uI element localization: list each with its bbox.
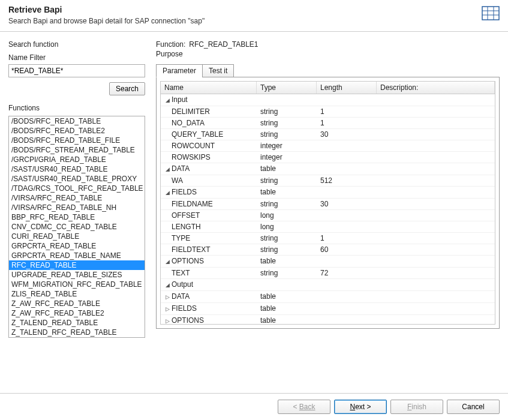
- tree-node-desc: [377, 279, 495, 290]
- tree-node-desc: [377, 199, 495, 209]
- function-item[interactable]: /BODS/RFC_READ_TABLE_FILE: [9, 136, 145, 145]
- page-subtitle: Search Bapi and browse Bapi detail for S…: [8, 17, 482, 25]
- tree-node-name: TYPE: [172, 234, 190, 242]
- function-item[interactable]: ZLIS_READ_TABLE: [9, 289, 145, 299]
- function-item[interactable]: UPGRADE_READ_TABLE_SIZES: [9, 270, 145, 280]
- function-item[interactable]: /TDAG/RCS_TOOL_RFC_READ_TABLE: [9, 184, 145, 193]
- tree-row[interactable]: ROWSKIPSinteger: [161, 152, 495, 163]
- tree-row[interactable]: WAstring512: [161, 175, 495, 187]
- tree-node-name: FIELDS: [172, 304, 197, 313]
- function-item[interactable]: Z_AW_RFC_READ_TABLE: [9, 299, 145, 308]
- function-item[interactable]: /VIRSA/RFC_READ_TABLE: [9, 193, 145, 203]
- tree-row[interactable]: ▷FIELDStable: [161, 303, 495, 315]
- tree-node-desc: [377, 268, 495, 278]
- tree-row[interactable]: TYPEstring1: [161, 233, 495, 244]
- tree-node-length: [317, 210, 377, 221]
- tab-test-it[interactable]: Test it: [202, 64, 234, 77]
- tree-node-desc: [377, 94, 495, 106]
- functions-listbox[interactable]: /BODS/RFC_READ_TABLE/BODS/RFC_READ_TABLE…: [8, 116, 145, 338]
- next-button[interactable]: Next >: [334, 400, 387, 414]
- tree-node-length: 60: [317, 244, 377, 255]
- function-item[interactable]: Z_TALEND_READ_TABLE: [9, 318, 145, 328]
- tree-node-type: table: [257, 187, 317, 198]
- name-filter-label: Name Filter: [8, 53, 145, 62]
- function-item[interactable]: /BODS/RFC_READ_TABLE2: [9, 126, 145, 136]
- expander-closed-icon[interactable]: ▷: [164, 316, 170, 325]
- tree-row[interactable]: QUERY_TABLEstring30: [161, 129, 495, 140]
- function-item[interactable]: RFC_READ_TABLE: [9, 260, 145, 270]
- function-item[interactable]: BBP_RFC_READ_TABLE: [9, 212, 145, 222]
- tree-node-type: string: [257, 118, 317, 128]
- name-filter-input[interactable]: [8, 64, 145, 77]
- parameter-tree[interactable]: ◢InputDELIMITERstring1NO_DATAstring1QUER…: [161, 94, 495, 325]
- tree-row[interactable]: ◢Input: [161, 94, 495, 106]
- tree-node-type: long: [257, 221, 317, 232]
- col-header-length[interactable]: Length: [317, 82, 377, 94]
- search-button[interactable]: Search: [109, 82, 145, 95]
- back-button[interactable]: < Back: [278, 400, 330, 414]
- expander-closed-icon[interactable]: ▷: [164, 304, 170, 314]
- tree-node-desc: [377, 303, 495, 314]
- tree-row[interactable]: ROWCOUNTinteger: [161, 140, 495, 152]
- tree-node-desc: [377, 163, 495, 175]
- tree-node-name: WA: [172, 176, 183, 185]
- svg-rect-0: [482, 7, 499, 20]
- tree-row[interactable]: ◢DATAtable: [161, 163, 495, 175]
- tree-row[interactable]: LENGTHlong: [161, 221, 495, 233]
- tree-row[interactable]: ◢OPTIONStable: [161, 256, 495, 268]
- tree-node-type: string: [257, 244, 317, 255]
- tree-row[interactable]: TEXTstring72: [161, 268, 495, 279]
- tree-row[interactable]: FIELDNAMEstring30: [161, 199, 495, 210]
- finish-button[interactable]: Finish: [390, 400, 443, 414]
- tree-node-type: long: [257, 210, 317, 221]
- function-item[interactable]: /BODS/RFC_STREAM_READ_TABLE: [9, 145, 145, 155]
- function-item[interactable]: /SAST/USR40_READ_TABLE_PROXY: [9, 174, 145, 184]
- function-item[interactable]: GRPCRTA_READ_TABLE: [9, 241, 145, 251]
- col-header-name[interactable]: Name: [161, 82, 257, 94]
- tree-row[interactable]: NO_DATAstring1: [161, 118, 495, 129]
- tree-row[interactable]: ◢Output: [161, 279, 495, 291]
- tree-row[interactable]: ▷DATAtable: [161, 291, 495, 303]
- function-item[interactable]: /VIRSA/RFC_READ_TABLE_NH: [9, 203, 145, 212]
- function-item[interactable]: WFM_MIGRATION_RFC_READ_TABLE: [9, 280, 145, 289]
- tree-node-length: [317, 163, 377, 175]
- expander-open-icon[interactable]: ◢: [164, 164, 170, 175]
- search-section-label: Search function: [8, 40, 145, 49]
- tree-node-type: table: [257, 315, 317, 325]
- tree-node-desc: [377, 152, 495, 163]
- tree-node-type: table: [257, 256, 317, 267]
- tree-row[interactable]: DELIMITERstring1: [161, 106, 495, 118]
- function-item[interactable]: /BODS/RFC_READ_TABLE: [9, 116, 145, 126]
- tree-row[interactable]: ▷OPTIONStable: [161, 315, 495, 325]
- tree-node-name: ROWSKIPS: [172, 153, 211, 161]
- expander-closed-icon[interactable]: ▷: [164, 292, 170, 302]
- expander-open-icon[interactable]: ◢: [164, 256, 170, 267]
- col-header-description[interactable]: Description:: [377, 82, 495, 94]
- tree-node-type: table: [257, 303, 317, 314]
- function-item[interactable]: /GRCPI/GRIA_READ_TABLE: [9, 155, 145, 164]
- function-item[interactable]: CURI_READ_TABLE: [9, 232, 145, 241]
- expander-open-icon[interactable]: ◢: [164, 280, 170, 290]
- function-item[interactable]: GRPCRTA_READ_TABLE_NAME: [9, 251, 145, 260]
- tree-node-desc: [377, 140, 495, 151]
- expander-open-icon[interactable]: ◢: [164, 95, 170, 106]
- tree-node-length: [317, 291, 377, 302]
- col-header-type[interactable]: Type: [257, 82, 317, 94]
- tree-node-length: 30: [317, 199, 377, 209]
- function-item[interactable]: /SAST/USR40_READ_TABLE: [9, 164, 145, 174]
- tab-parameter[interactable]: Parameter: [156, 64, 203, 77]
- cancel-button[interactable]: Cancel: [447, 400, 500, 414]
- tree-row[interactable]: ◢FIELDStable: [161, 187, 495, 199]
- purpose-label: Purpose: [156, 50, 500, 58]
- function-item[interactable]: Z_TALEND_RFC_READ_TABLE: [9, 328, 145, 337]
- tree-node-desc: [377, 187, 495, 198]
- tree-node-desc: [377, 256, 495, 267]
- function-item[interactable]: Z_AW_RFC_READ_TABLE2: [9, 308, 145, 318]
- tree-node-name: FIELDNAME: [172, 200, 213, 208]
- tree-row[interactable]: FIELDTEXTstring60: [161, 244, 495, 256]
- tree-node-length: 1: [317, 118, 377, 128]
- function-item[interactable]: CNV_CDMC_CC_READ_TABLE: [9, 222, 145, 232]
- expander-open-icon[interactable]: ◢: [164, 187, 170, 198]
- tree-row[interactable]: OFFSETlong: [161, 210, 495, 221]
- tree-node-name: Input: [172, 95, 188, 104]
